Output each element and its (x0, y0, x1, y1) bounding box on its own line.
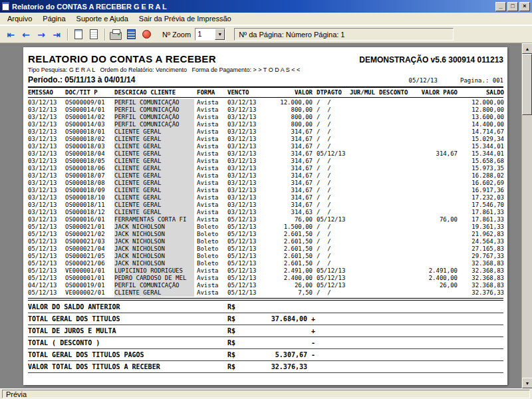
cell-cliente: JACK NICHOLSON (114, 260, 197, 267)
cell-vencto: 03/12/13 (227, 209, 266, 216)
cell-forma: Avista (197, 165, 227, 172)
cell-desconto (379, 216, 414, 223)
total-currency: R$ (227, 302, 254, 312)
scrollbar-track[interactable] (522, 54, 532, 378)
cell-saldo: 15.029,34 (458, 136, 504, 143)
print-button[interactable] (108, 27, 123, 42)
cell-cliente: CLIENTE GERAL (114, 289, 197, 297)
col-valor-pago: VALOR PAGO (414, 89, 458, 96)
menu-pagina[interactable]: Página (38, 13, 70, 24)
cell-doc-tit: OS000018/02 (65, 136, 114, 143)
total-sign (307, 302, 321, 312)
report-page-number: Pagina.: 001 (460, 76, 503, 84)
cell-cliente: CLIENTE GERAL (114, 172, 197, 180)
table-row: 03/12/13 OS000018/07 CLIENTE GERAL Avist… (28, 172, 503, 180)
last-page-button[interactable]: ⇥ (49, 27, 64, 42)
table-row: 03/12/13 OS000016/01 FERRAMENTAS CORTA F… (28, 216, 503, 223)
cell-jur-mul (350, 136, 379, 143)
menu-suporte-e-ajuda[interactable]: Suporte e Ajuda (72, 13, 133, 24)
cell-vencto: 05/12/13 (227, 253, 266, 260)
total-row: TOTAL GERAL DOS TITULOS PAGOS R$ 5.307,6… (28, 349, 503, 361)
cell-jur-mul (350, 114, 379, 121)
toolbar-separator (104, 29, 105, 41)
maximize-button[interactable]: □ (507, 2, 518, 11)
cell-emissao: 03/12/13 (28, 165, 65, 172)
cell-valor-pago: 26,00 (414, 282, 458, 289)
cell-valor-pago (414, 106, 458, 114)
vertical-scrollbar[interactable]: ▲ ▼ (521, 43, 532, 388)
scroll-down-icon[interactable]: ▼ (522, 378, 532, 388)
cell-valor: 7,50 (266, 289, 313, 297)
total-value: 32.376,33 (254, 362, 307, 372)
cell-vencto: 03/12/13 (227, 136, 266, 143)
table-row: 03/12/13 OS000018/03 CLIENTE GERAL Avist… (28, 143, 503, 150)
cell-desconto (379, 245, 414, 253)
table-body: 03/12/13 OS000009/01 PERFIL COMUNICAÇÃO … (28, 99, 503, 297)
cell-forma: Avista (197, 121, 227, 128)
cell-valor-pago: 76,00 (414, 216, 458, 223)
close-preview-button[interactable] (139, 27, 154, 42)
cell-emissao: 03/12/13 (28, 187, 65, 194)
first-page-button[interactable]: ⇤ (3, 27, 18, 42)
cell-jur-mul (350, 180, 379, 187)
table-header: EMISSAO DOC/TIT P DESCRICAO CLIENTE FORM… (28, 89, 503, 98)
col-desconto: DESCONTO (379, 89, 414, 96)
chevron-down-icon[interactable]: ▼ (215, 29, 225, 40)
cell-doc-tit: OS000021/06 (65, 260, 114, 267)
cell-dtpagto: / / (313, 99, 350, 106)
cell-desconto (379, 136, 414, 143)
menu-arquivo[interactable]: Arquivo (3, 13, 37, 24)
total-row: TOTAL ( DESCONTO ) R$ - (28, 337, 503, 349)
table-row: 05/12/13 OS000021/06 JACK NICHOLSON Bole… (28, 260, 503, 267)
cell-valor-pago: 2.491,00 (414, 267, 458, 275)
status-text: Prévia (2, 390, 530, 398)
cell-forma: Boleto (197, 253, 227, 260)
cell-valor: 800,00 (266, 114, 313, 121)
cell-vencto: 03/12/13 (227, 121, 266, 128)
single-page-view-button[interactable] (71, 27, 86, 42)
menu-sair-da-previa[interactable]: Sair da Prévia de Impressão (134, 13, 236, 24)
cell-doc-tit: OS000001/01 (65, 275, 114, 282)
cell-forma: Avista (197, 216, 227, 223)
cell-valor: 314,67 (266, 194, 313, 201)
cell-doc-tit: OS000009/01 (65, 99, 114, 106)
cell-doc-tit: OS000021/01 (65, 223, 114, 231)
cell-desconto (379, 187, 414, 194)
cell-doc-tit: OS000021/03 (65, 238, 114, 245)
cell-vencto: 03/12/13 (227, 165, 266, 172)
cell-emissao: 03/12/13 (28, 99, 65, 106)
cell-emissao: 04/12/13 (28, 282, 65, 289)
col-valor: VALOR (266, 89, 313, 96)
multi-page-view-button[interactable] (86, 27, 101, 42)
minimize-button[interactable]: _ (495, 2, 506, 11)
cell-dtpagto: / / (313, 209, 350, 216)
next-page-button[interactable]: → (34, 27, 49, 42)
previous-page-button[interactable]: ← (19, 27, 33, 42)
cell-valor: 800,00 (266, 106, 313, 114)
cell-dtpagto: 05/12/13 (313, 282, 350, 289)
cell-desconto (379, 114, 414, 121)
cell-dtpagto: / / (313, 201, 350, 209)
cell-jur-mul (350, 99, 379, 106)
cell-desconto (379, 172, 414, 180)
cell-valor-pago (414, 238, 458, 245)
export-button[interactable] (124, 27, 138, 42)
scrollbar-thumb[interactable] (522, 54, 532, 115)
cell-emissao: 03/12/13 (28, 121, 65, 128)
cell-emissao: 05/12/13 (28, 231, 65, 238)
close-button[interactable]: × (519, 2, 530, 11)
cell-vencto: 05/12/13 (227, 275, 266, 282)
total-value: 5.307,67 (254, 350, 307, 360)
cell-valor-pago (414, 128, 458, 136)
cell-jur-mul (350, 128, 379, 136)
cell-valor-pago (414, 172, 458, 180)
zoom-select[interactable]: 1 ▼ (195, 28, 225, 41)
printer-icon (110, 32, 122, 40)
scroll-up-icon[interactable]: ▲ (522, 43, 532, 54)
col-vencto: VENCTO (227, 89, 266, 96)
cell-doc-tit: OS000021/04 (65, 245, 114, 253)
table-row: 03/12/13 OS000018/01 CLIENTE GERAL Avist… (28, 128, 503, 136)
cell-cliente: JACK NICHOLSON (114, 245, 197, 253)
cell-emissao: 05/12/13 (28, 245, 65, 253)
total-currency: R$ (227, 314, 254, 324)
